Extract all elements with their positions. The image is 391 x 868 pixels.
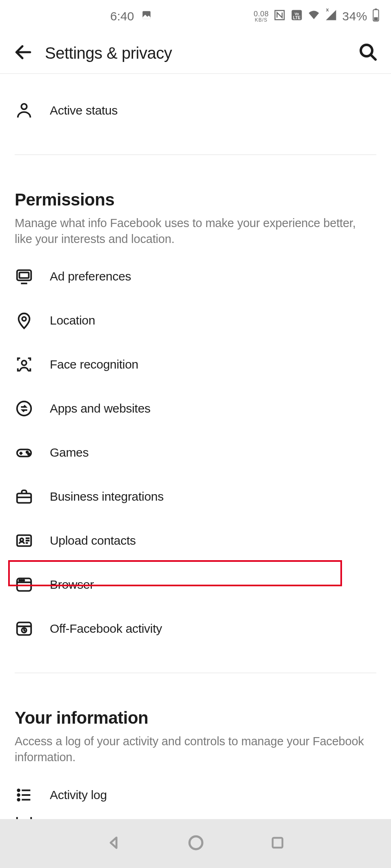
row-label: Location bbox=[50, 314, 95, 327]
row-label: Ad preferences bbox=[50, 269, 131, 283]
row-location[interactable]: Location bbox=[15, 298, 376, 342]
row-off-facebook-activity[interactable]: Off-Facebook activity bbox=[15, 607, 376, 651]
system-nav-bar bbox=[0, 819, 391, 868]
page-title: Settings & privacy bbox=[45, 44, 358, 62]
row-label: Games bbox=[50, 446, 89, 459]
svg-text:LTE: LTE bbox=[293, 15, 300, 20]
battery-icon bbox=[372, 9, 380, 24]
section-title: Permissions bbox=[15, 190, 376, 210]
row-activity-log[interactable]: Activity log bbox=[15, 773, 376, 817]
svg-point-14 bbox=[17, 402, 31, 416]
svg-point-12 bbox=[22, 317, 26, 321]
gamepad-icon bbox=[15, 443, 33, 462]
app-header: Settings & privacy bbox=[0, 33, 391, 74]
history-window-icon bbox=[15, 619, 33, 638]
nav-home-button[interactable] bbox=[187, 834, 204, 853]
row-label: Activity log bbox=[50, 788, 107, 802]
svg-point-29 bbox=[18, 799, 20, 801]
svg-rect-6 bbox=[375, 9, 377, 10]
activity-list-icon bbox=[15, 786, 33, 804]
svg-rect-32 bbox=[273, 838, 282, 848]
signal-icon: x bbox=[325, 9, 337, 24]
contact-card-icon bbox=[15, 531, 33, 550]
location-pin-icon bbox=[15, 311, 33, 330]
status-bar: 6:40 0.08 KB/S VoLTE x 34% bbox=[0, 0, 391, 33]
browser-window-icon bbox=[15, 575, 33, 594]
svg-rect-11 bbox=[20, 273, 29, 278]
svg-point-9 bbox=[21, 104, 27, 109]
section-title: Your information bbox=[15, 708, 376, 728]
image-icon bbox=[141, 9, 152, 23]
person-icon bbox=[15, 101, 33, 120]
status-time: 6:40 bbox=[110, 9, 134, 23]
svg-point-13 bbox=[22, 361, 27, 366]
section-permissions: Permissions Manage what info Facebook us… bbox=[0, 155, 391, 651]
svg-point-22 bbox=[19, 580, 20, 581]
svg-point-16 bbox=[27, 451, 28, 453]
row-label: Apps and websites bbox=[50, 402, 151, 415]
svg-point-31 bbox=[189, 836, 202, 849]
row-label: Upload contacts bbox=[50, 534, 136, 548]
network-speed: 0.08 KB/S bbox=[253, 10, 269, 22]
swap-icon bbox=[15, 399, 33, 418]
svg-point-17 bbox=[28, 453, 30, 455]
section-description: Manage what info Facebook uses to make y… bbox=[15, 215, 376, 247]
nav-recent-button[interactable] bbox=[270, 835, 285, 852]
row-face-recognition[interactable]: Face recognition bbox=[15, 342, 376, 387]
svg-point-28 bbox=[18, 794, 20, 796]
row-active-status[interactable]: Active status bbox=[15, 88, 376, 133]
svg-point-24 bbox=[23, 580, 24, 581]
face-scan-icon bbox=[15, 355, 33, 374]
svg-rect-18 bbox=[17, 494, 31, 503]
svg-point-20 bbox=[20, 539, 23, 542]
search-button[interactable] bbox=[358, 42, 378, 64]
nfc-icon bbox=[273, 9, 286, 24]
row-label: Off-Facebook activity bbox=[50, 622, 162, 636]
monitor-icon bbox=[15, 267, 33, 286]
row-label: Business integrations bbox=[50, 490, 164, 504]
section-description: Access a log of your activity and contro… bbox=[15, 733, 376, 765]
briefcase-icon bbox=[15, 487, 33, 506]
nav-back-button[interactable] bbox=[106, 835, 122, 852]
back-button[interactable] bbox=[13, 42, 33, 64]
svg-rect-7 bbox=[374, 17, 378, 20]
section-your-information: Your information Access a log of your ac… bbox=[0, 673, 391, 825]
row-apps-websites[interactable]: Apps and websites bbox=[15, 387, 376, 431]
row-browser[interactable]: Browser bbox=[15, 563, 376, 607]
row-business-integrations[interactable]: Business integrations bbox=[15, 475, 376, 519]
row-ad-preferences[interactable]: Ad preferences bbox=[15, 254, 376, 298]
row-label: Browser bbox=[50, 578, 94, 592]
wifi-icon bbox=[308, 9, 320, 24]
battery-percentage: 34% bbox=[342, 9, 367, 23]
volte-icon: VoLTE bbox=[291, 9, 303, 24]
row-label: Face recognition bbox=[50, 358, 138, 371]
row-games[interactable]: Games bbox=[15, 431, 376, 475]
svg-point-27 bbox=[18, 789, 20, 791]
svg-point-23 bbox=[21, 580, 22, 581]
row-upload-contacts[interactable]: Upload contacts bbox=[15, 519, 376, 563]
row-label: Active status bbox=[50, 104, 118, 117]
